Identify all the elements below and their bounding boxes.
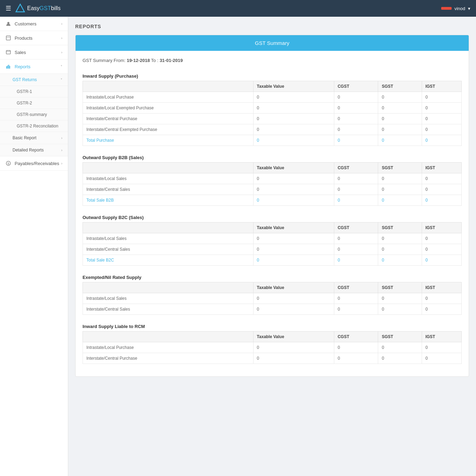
table-cell: 0 [334, 114, 378, 124]
page-title: REPORTS [75, 24, 469, 29]
report-header: GST Summary [76, 35, 469, 51]
reports-icon [6, 64, 11, 69]
table-cell: 0 [422, 195, 461, 206]
table-cell: 0 [253, 293, 334, 304]
main-content: REPORTS GST Summary GST Summary From: 19… [68, 17, 476, 476]
gstr2-recon-label: GSTR-2 Reconcilation [17, 124, 58, 128]
table-header-cell: SGST [378, 331, 422, 342]
table-cell: Intrastate/Local Purchase [83, 92, 253, 103]
sidebar-customers-label: Customers [15, 21, 37, 26]
sidebar-item-customers[interactable]: Customers › [0, 17, 68, 31]
table-row: Interstate/Central Exempted Purchase0000 [83, 124, 462, 135]
table-cell: 0 [253, 353, 334, 364]
table-cell: 0 [334, 353, 378, 364]
brand: EasyGSTbills [15, 3, 61, 13]
table-cell: 0 [422, 124, 461, 135]
sidebar-subitem-gstr1[interactable]: GSTR-1 [0, 86, 68, 97]
table-cell: 0 [378, 124, 422, 135]
sidebar-item-sales[interactable]: Sales › [0, 45, 68, 60]
table-cell: 0 [378, 195, 422, 206]
table-cell: 0 [378, 114, 422, 124]
svg-rect-2 [6, 36, 10, 40]
table-header-cell: CGST [334, 223, 378, 233]
table-cell: Total Sale B2B [83, 195, 253, 206]
table-header-cell: Taxable Value [253, 223, 334, 233]
table-cell: 0 [253, 173, 334, 184]
sidebar-subitem-detailed-reports[interactable]: Detailed Reports › [0, 144, 68, 156]
section-title: Outward Supply B2C (Sales) [83, 211, 462, 222]
sidebar-subitem-basic-report[interactable]: Basic Report › [0, 132, 68, 144]
gst-returns-chevron-icon: ˅ [61, 78, 62, 82]
gst-table: Taxable ValueCGSTSGSTIGSTIntrastate/Loca… [83, 282, 462, 315]
sidebar-item-products[interactable]: Products › [0, 31, 68, 45]
sidebar-products-label: Products [15, 36, 32, 41]
table-cell: 0 [422, 173, 461, 184]
basic-report-chevron-icon: › [61, 136, 62, 140]
navbar-left: ☰ EasyGSTbills [6, 3, 61, 13]
svg-rect-11 [9, 66, 10, 69]
table-cell: 0 [334, 195, 378, 206]
sidebar-subitem-gstr-summary[interactable]: GSTR-summary [0, 109, 68, 120]
sidebar-subitem-gst-returns[interactable]: GST Returns ˅ [0, 74, 68, 86]
user-chevron-icon[interactable]: ▾ [468, 6, 470, 11]
hamburger-icon[interactable]: ☰ [6, 5, 11, 12]
navbar-right: vinod ▾ [441, 6, 470, 11]
table-row: Intrastate/Local Sales0000 [83, 293, 462, 304]
customers-chevron-icon: › [61, 22, 62, 26]
table-cell: 0 [334, 304, 378, 315]
gstr1-label: GSTR-1 [17, 89, 32, 94]
svg-rect-10 [8, 65, 9, 69]
table-cell: 0 [422, 114, 461, 124]
table-row: Interstate/Central Sales0000 [83, 184, 462, 195]
table-cell: 0 [422, 353, 461, 364]
table-header-cell: SGST [378, 282, 422, 293]
sidebar-subitem-gstr2[interactable]: GSTR-2 [0, 97, 68, 109]
table-cell: Interstate/Central Sales [83, 244, 253, 255]
brand-logo-icon [15, 3, 25, 13]
table-row: Total Sale B2B0000 [83, 195, 462, 206]
table-cell: Interstate/Central Exempted Purchase [83, 124, 253, 135]
table-cell: 0 [422, 135, 461, 146]
table-cell: 0 [253, 124, 334, 135]
table-cell: 0 [422, 255, 461, 266]
sidebar-item-payables[interactable]: $ Payables/Receivables › [0, 156, 68, 171]
table-cell: 0 [422, 233, 461, 244]
table-header-cell: SGST [378, 223, 422, 233]
date-from-value: 19-12-2018 [127, 58, 150, 63]
table-header-cell: Taxable Value [253, 282, 334, 293]
gstr2-label: GSTR-2 [17, 101, 32, 106]
table-cell: 0 [253, 135, 334, 146]
detailed-reports-chevron-icon: › [61, 148, 62, 152]
gst-table: Taxable ValueCGSTSGSTIGSTIntrastate/Loca… [83, 222, 462, 266]
table-header-cell [83, 282, 253, 293]
table-header-cell: CGST [334, 282, 378, 293]
table-cell: 0 [334, 244, 378, 255]
table-cell: Total Sale B2C [83, 255, 253, 266]
gst-table: Taxable ValueCGSTSGSTIGSTIntrastate/Loca… [83, 162, 462, 206]
table-cell: 0 [253, 195, 334, 206]
svg-rect-4 [6, 50, 10, 54]
table-cell: Intrastate/Local Sales [83, 173, 253, 184]
table-row: Intrastate/Local Exempted Purchase0000 [83, 103, 462, 114]
table-cell: 0 [378, 103, 422, 114]
table-cell: 0 [378, 255, 422, 266]
table-cell: Intrastate/Local Sales [83, 233, 253, 244]
table-cell: 0 [378, 244, 422, 255]
table-cell: 0 [334, 173, 378, 184]
table-cell: 0 [334, 184, 378, 195]
table-header-cell: CGST [334, 81, 378, 92]
section-title: Exempted/Nil Rated Supply [83, 271, 462, 282]
table-cell: 0 [334, 124, 378, 135]
sales-icon [6, 49, 11, 55]
table-header-cell: SGST [378, 163, 422, 173]
sidebar-item-reports[interactable]: Reports ˅ [0, 60, 68, 74]
table-cell: 0 [253, 233, 334, 244]
sidebar-subitem-gstr2-recon[interactable]: GSTR-2 Reconcilation [0, 120, 68, 132]
table-cell: 0 [253, 103, 334, 114]
table-cell: 0 [334, 103, 378, 114]
sidebar-reports-label: Reports [15, 64, 31, 69]
table-cell: Interstate/Central Sales [83, 184, 253, 195]
table-cell: Total Purchase [83, 135, 253, 146]
table-cell: 0 [378, 184, 422, 195]
date-to-label: To : [151, 58, 158, 63]
